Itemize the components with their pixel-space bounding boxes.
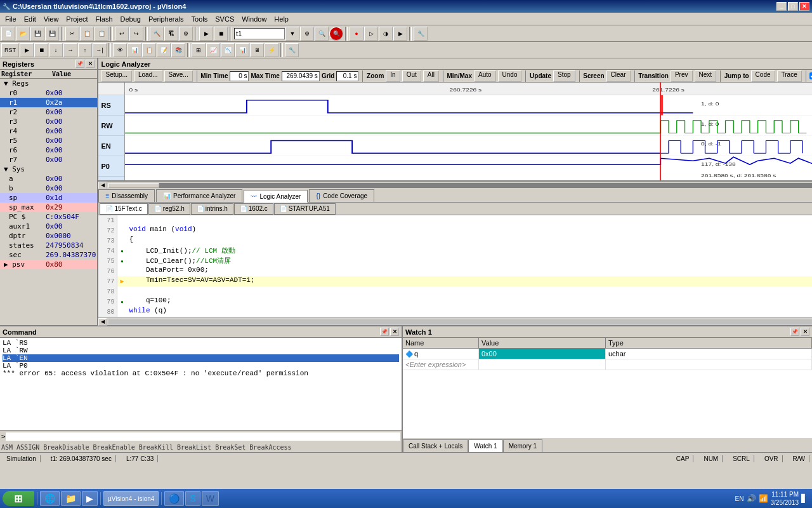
command-input[interactable]	[6, 432, 400, 441]
sys-group[interactable]: ▼ Sys	[0, 164, 97, 174]
sys-expand[interactable]: ▼	[4, 165, 8, 173]
src-btn[interactable]: 📝	[157, 43, 171, 57]
menu-debug[interactable]: Debug	[117, 14, 145, 24]
registers-close-btn[interactable]: ✕	[86, 60, 95, 68]
la-prev-btn[interactable]: Prev	[671, 70, 693, 82]
la-trace-btn[interactable]: Trace	[777, 70, 802, 82]
watch-close-btn[interactable]: ✕	[801, 328, 809, 336]
reg-sec[interactable]: sec 269.04387370	[0, 250, 97, 260]
target-input[interactable]	[234, 28, 285, 39]
tab-performance[interactable]: 📊 Performance Analyzer	[156, 189, 242, 202]
reg-auxr1[interactable]: auxr1 0x00	[0, 222, 97, 231]
search-btn[interactable]: 🔍	[315, 27, 329, 41]
rst-btn[interactable]: RST	[1, 43, 19, 57]
taskbar-ie[interactable]: 🌐	[40, 491, 60, 506]
reg-dptr[interactable]: dptr 0x0000	[0, 231, 97, 241]
regs-expand[interactable]: ▼	[4, 79, 8, 88]
file-tab-startup[interactable]: 📄 STARTUP.A51	[274, 203, 336, 215]
run-to-btn[interactable]: →|	[93, 43, 107, 57]
la-in-btn[interactable]: In	[386, 70, 400, 82]
watch-tab-watch1[interactable]: Watch 1	[468, 439, 502, 452]
stack-btn[interactable]: 📚	[171, 43, 185, 57]
menu-window[interactable]: Window	[238, 14, 270, 24]
translate-btn[interactable]: ⚙	[179, 27, 193, 41]
taskbar-word[interactable]: W	[202, 491, 219, 506]
inspect-btn[interactable]: 🔍	[329, 27, 343, 41]
debug-start-btn[interactable]: ▶	[199, 27, 213, 41]
command-close-btn[interactable]: ✕	[390, 328, 399, 336]
target-select[interactable]: ▼	[285, 27, 299, 41]
tab-logic-analyzer[interactable]: 〰 Logic Analyzer	[244, 190, 308, 203]
menu-tools[interactable]: Tools	[188, 14, 212, 24]
coverage-btn[interactable]: 📊	[235, 43, 249, 57]
save-btn[interactable]: 💾	[30, 27, 44, 41]
more-btn[interactable]: ▶	[393, 27, 407, 41]
reg-states[interactable]: states 247950834	[0, 241, 97, 250]
la-scrollbar[interactable]: ◀ ▶ ↔	[98, 181, 812, 189]
mem-btn[interactable]: 📊	[128, 43, 141, 57]
menu-peripherals[interactable]: Peripherals	[145, 14, 188, 24]
la-undo-btn[interactable]: Undo	[498, 70, 522, 82]
watch-cell-q-value[interactable]: 0x00	[479, 349, 606, 359]
menu-help[interactable]: Help	[270, 14, 292, 24]
save-all-btn[interactable]: 💾	[45, 27, 59, 41]
code-scrollbar[interactable]: ◀ ▶	[98, 318, 812, 325]
watch-pin-btn[interactable]: 📌	[790, 328, 799, 336]
la-grid-input[interactable]	[336, 71, 358, 81]
reg-r2[interactable]: r2 0x00	[0, 107, 97, 117]
menu-file[interactable]: File	[1, 14, 20, 24]
disasm-btn[interactable]: ⊞	[192, 43, 206, 57]
options-btn[interactable]: ⚙	[300, 27, 314, 41]
menu-view[interactable]: View	[40, 14, 63, 24]
la-save-btn[interactable]: Save...	[164, 70, 193, 82]
la-stop-btn[interactable]: Stop	[553, 70, 575, 82]
reg-r7[interactable]: r7 0x00	[0, 155, 97, 164]
la-clear-btn[interactable]: Clear	[606, 70, 631, 82]
reg-r3[interactable]: r3 0x00	[0, 117, 97, 126]
reg-r6[interactable]: r6 0x00	[0, 145, 97, 155]
menu-flash[interactable]: Flash	[92, 14, 117, 24]
reg-r1[interactable]: r1 0x2a	[0, 98, 97, 107]
wrench-btn[interactable]: 🔧	[414, 27, 428, 41]
new-btn[interactable]: 📄	[1, 27, 15, 41]
stop-debug-btn[interactable]: ⏹	[214, 27, 228, 41]
line-content-77[interactable]: Tmin=Tsec=SV=AV=ASV=ADT=1;	[126, 276, 254, 286]
la-scroll-left[interactable]: ◀	[98, 182, 107, 189]
la-signalinfo-cb[interactable]	[809, 72, 812, 79]
step-in-btn[interactable]: ↓	[49, 43, 63, 57]
open-btn[interactable]: 📂	[16, 27, 30, 41]
taskbar-start[interactable]: ⊞	[3, 491, 34, 506]
reg-sp[interactable]: sp 0x1d	[0, 193, 97, 203]
perf-btn[interactable]: 📈	[206, 43, 220, 57]
play-btn[interactable]: ▷	[364, 27, 378, 41]
reg-r5[interactable]: r5 0x00	[0, 136, 97, 145]
taskbar-media[interactable]: ▶	[82, 491, 98, 506]
taskbar-uvision-active[interactable]: µVision4 - ision4	[103, 491, 159, 506]
sim-btn[interactable]: 🖥	[250, 43, 264, 57]
copy-btn[interactable]: 📋	[80, 27, 94, 41]
psv-expand[interactable]: ▶	[4, 260, 8, 269]
watch-tab-memory1[interactable]: Memory 1	[503, 439, 542, 452]
reg-a[interactable]: a 0x00	[0, 174, 97, 184]
tab-disassembly[interactable]: ≡ Disassembly	[98, 189, 155, 202]
watch-cell-enter-name[interactable]: <Enter expression>	[403, 359, 479, 370]
la-scroll-thumb[interactable]	[108, 183, 159, 188]
taskbar-show-desktop[interactable]: ▋	[801, 494, 807, 503]
logic-btn[interactable]: 📉	[221, 43, 235, 57]
step-btn[interactable]: ◑	[379, 27, 393, 41]
undo-btn[interactable]: ↩	[115, 27, 129, 41]
la-maxtime-input[interactable]	[282, 71, 320, 81]
la-load-btn[interactable]: Load...	[134, 70, 162, 82]
reg-r4[interactable]: r4 0x00	[0, 126, 97, 136]
code-scroll-left[interactable]: ◀	[98, 318, 107, 326]
rec-btn[interactable]: ●	[350, 27, 363, 41]
taskbar-chrome[interactable]: 🔵	[164, 491, 184, 506]
taskbar-skype[interactable]: S	[185, 491, 200, 506]
stop2-btn[interactable]: ⏹	[34, 43, 48, 57]
menu-svcs[interactable]: SVCS	[211, 14, 238, 24]
la-setup-btn[interactable]: Setup...	[101, 70, 131, 82]
la-out-btn[interactable]: Out	[402, 70, 421, 82]
la-code-btn[interactable]: Code	[751, 70, 775, 82]
paste-btn[interactable]: 📋	[95, 27, 108, 41]
reg-psv[interactable]: ▶ psv 0x80	[0, 260, 97, 269]
